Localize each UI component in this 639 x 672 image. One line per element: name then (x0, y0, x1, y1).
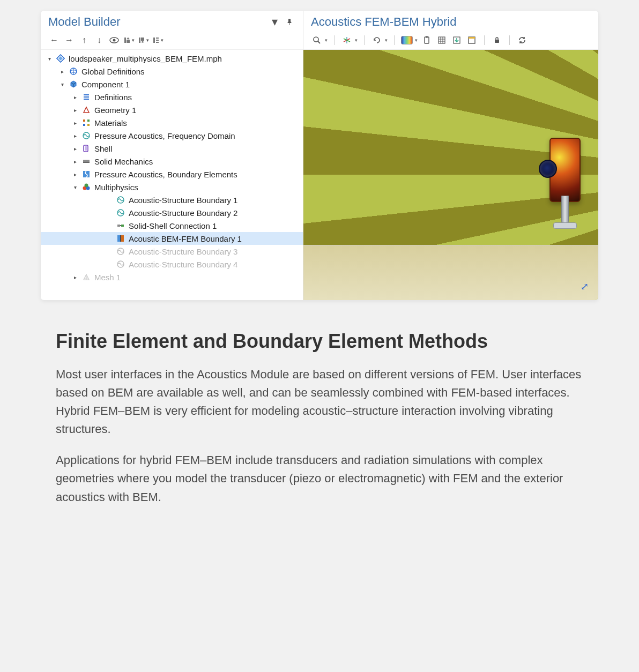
tree-twisty-icon[interactable]: ▾ (59, 81, 65, 87)
axes-icon[interactable] (341, 34, 353, 46)
tree-twisty-icon[interactable]: ▸ (72, 159, 78, 165)
clipboard-icon[interactable] (421, 34, 433, 46)
axes-caret-icon[interactable]: ▾ (355, 38, 358, 43)
svg-rect-45 (425, 37, 429, 43)
tree-node-label: Acoustic-Structure Boundary 3 (129, 247, 299, 256)
tree-node-icon (116, 259, 125, 269)
rotate-icon[interactable] (371, 34, 383, 46)
tree-node[interactable]: ▸Pressure Acoustics, Boundary Elements (41, 168, 303, 181)
tree-node-icon (81, 156, 91, 166)
colormap-swatch[interactable] (401, 36, 413, 44)
panel-menu-caret-icon[interactable]: ▾ (269, 16, 280, 28)
tree-node-label: Materials (94, 118, 299, 128)
tree-node-icon (81, 144, 91, 153)
nav-up-button[interactable]: ↑ (78, 34, 90, 46)
svg-rect-9 (156, 42, 159, 43)
model-builder-panel: Model Builder ▾ ← → ↑ ↓ ▾ (41, 11, 303, 300)
svg-rect-24 (83, 160, 90, 160)
grid-icon[interactable] (436, 34, 448, 46)
nav-forward-button[interactable]: → (63, 34, 75, 46)
svg-rect-7 (156, 38, 159, 39)
tree-node[interactable]: ▸Shell (41, 142, 303, 155)
tree-node-icon (116, 195, 125, 205)
svg-rect-3 (127, 40, 130, 43)
tree-twisty-icon[interactable]: ▸ (72, 133, 78, 139)
svg-rect-25 (83, 162, 90, 163)
article-paragraph-1: Most user interfaces in the Acoustics Mo… (56, 365, 583, 438)
tree-node[interactable]: ▾Component 1 (41, 78, 303, 91)
tree-node[interactable]: ▸Materials (41, 116, 303, 129)
tree-node[interactable]: Acoustic BEM-FEM Boundary 1 (41, 232, 303, 245)
tree-node[interactable]: Acoustic-Structure Boundary 4 (41, 258, 303, 271)
tree-node-icon (81, 92, 91, 102)
tree-node-label: Solid-Shell Connection 1 (129, 221, 299, 230)
article-paragraph-2: Applications for hybrid FEM–BEM include … (56, 451, 583, 506)
tree-node-icon (69, 79, 78, 89)
svg-rect-2 (124, 38, 126, 43)
collapse-button[interactable]: ▾ (123, 34, 135, 46)
model-builder-title: Model Builder (48, 15, 121, 29)
tree-node[interactable]: ▾Multiphysics (41, 181, 303, 193)
tree-node-label: Shell (94, 144, 299, 153)
tree-node[interactable]: ▸Definitions (41, 91, 303, 103)
tree-node-icon (81, 118, 91, 128)
tree-node-icon (81, 272, 91, 282)
tree-node[interactable]: Solid-Shell Connection 1 (41, 219, 303, 232)
colormap-caret-icon[interactable]: ▾ (415, 38, 418, 43)
tree-node-icon (81, 105, 91, 115)
more-button[interactable]: ▾ (152, 34, 164, 46)
zoom-icon[interactable] (311, 34, 323, 46)
model-builder-toolbar: ← → ↑ ↓ ▾ ▾ ▾ (41, 31, 303, 50)
divider (334, 35, 335, 45)
tree-node[interactable]: ▸Geometry 1 (41, 103, 303, 116)
tree-node-label: Mesh 1 (94, 273, 299, 282)
svg-rect-23 (83, 160, 90, 162)
expand-button[interactable]: ▾ (138, 34, 149, 46)
tree-node[interactable]: Acoustic-Structure Boundary 2 (41, 206, 303, 219)
graphics-toolbar: ▾ ▾ ▾ ▾ (303, 31, 598, 50)
graphics-viewport[interactable] (303, 50, 598, 300)
zoom-caret-icon[interactable]: ▾ (325, 38, 328, 43)
download-plot-icon[interactable] (451, 34, 463, 46)
divider (394, 35, 395, 45)
tree-node[interactable]: Acoustic-Structure Boundary 1 (41, 193, 303, 206)
tree-twisty-icon[interactable]: ▸ (72, 146, 78, 152)
tree-node[interactable]: ▸Global Definitions (41, 65, 303, 78)
tree-node-icon (116, 247, 125, 256)
nav-down-button[interactable]: ↓ (93, 34, 105, 46)
svg-rect-22 (85, 146, 87, 151)
graphics-panel: Acoustics FEM-BEM Hybrid ▾ ▾ ▾ (303, 11, 598, 300)
window-icon[interactable] (466, 34, 478, 46)
tree-twisty-icon[interactable]: ▸ (72, 107, 78, 113)
tree-twisty-icon[interactable]: ▸ (59, 69, 65, 74)
tree-twisty-icon[interactable]: ▸ (72, 171, 78, 177)
lock-icon[interactable] (491, 34, 503, 46)
tree-twisty-icon[interactable]: ▸ (72, 120, 78, 126)
tree-node[interactable]: Acoustic-Structure Boundary 3 (41, 245, 303, 258)
tree-node-label: Pressure Acoustics, Frequency Domain (94, 131, 299, 140)
tree-node[interactable]: ▾loudspeaker_multiphysics_BEM_FEM.mph (41, 52, 303, 65)
graphics-title: Acoustics FEM-BEM Hybrid (311, 15, 456, 29)
tree-twisty-icon[interactable]: ▸ (72, 274, 78, 280)
refresh-icon[interactable] (516, 34, 528, 46)
tree-twisty-icon[interactable]: ▸ (72, 94, 78, 100)
svg-rect-54 (469, 37, 475, 39)
svg-point-29 (85, 184, 88, 188)
tree-node-label: Acoustic BEM-FEM Boundary 1 (129, 234, 299, 243)
tree-node[interactable]: ▸Solid Mechanics (41, 155, 303, 168)
show-button[interactable] (108, 34, 120, 46)
tree-twisty-icon[interactable]: ▾ (72, 184, 78, 190)
floor-plane-graphic (303, 245, 598, 300)
model-builder-header: Model Builder ▾ (41, 11, 303, 31)
fullscreen-button[interactable]: ⤢ (581, 281, 589, 293)
svg-rect-35 (117, 235, 121, 242)
panel-pin-icon[interactable] (284, 16, 295, 28)
svg-rect-46 (426, 36, 428, 38)
tree-node-label: Acoustic-Structure Boundary 1 (129, 196, 299, 205)
model-tree[interactable]: ▾loudspeaker_multiphysics_BEM_FEM.mph▸Gl… (41, 50, 303, 300)
rotate-caret-icon[interactable]: ▾ (385, 38, 388, 43)
tree-node[interactable]: ▸Pressure Acoustics, Frequency Domain (41, 129, 303, 142)
nav-back-button[interactable]: ← (48, 34, 60, 46)
tree-node[interactable]: ▸Mesh 1 (41, 271, 303, 283)
tree-twisty-icon[interactable]: ▾ (46, 56, 53, 62)
